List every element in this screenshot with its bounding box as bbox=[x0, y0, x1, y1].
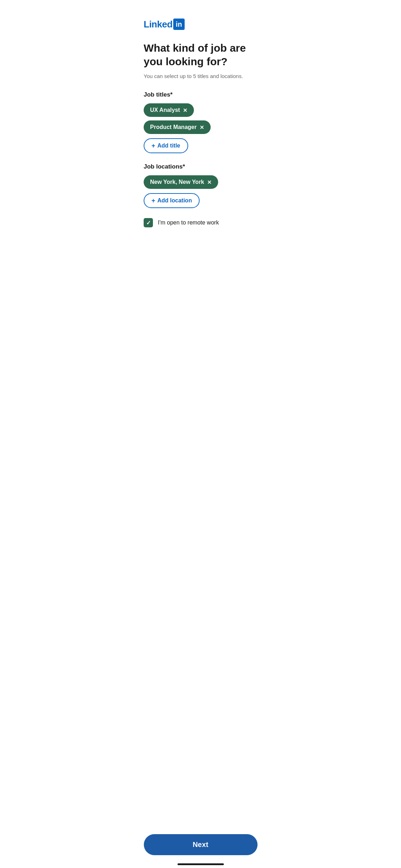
chip-product-manager[interactable]: Product Manager ✕ bbox=[144, 120, 211, 134]
chip-ux-analyst-label: UX Analyst bbox=[150, 107, 180, 113]
add-title-button[interactable]: + Add title bbox=[144, 138, 188, 153]
job-locations-section: Job locations* New York, New York ✕ + Ad… bbox=[144, 163, 257, 208]
add-title-plus-icon: + bbox=[151, 143, 155, 149]
logo-box: in bbox=[173, 19, 185, 30]
logo-container: Linked in bbox=[144, 0, 257, 41]
chip-new-york-close-icon[interactable]: ✕ bbox=[207, 180, 212, 185]
job-locations-label: Job locations* bbox=[144, 163, 257, 170]
chip-product-manager-label: Product Manager bbox=[150, 124, 197, 130]
remote-work-label: I'm open to remote work bbox=[158, 219, 219, 226]
chip-new-york[interactable]: New York, New York ✕ bbox=[144, 175, 218, 189]
checkmark-icon: ✓ bbox=[146, 219, 151, 226]
add-location-plus-icon: + bbox=[151, 197, 155, 204]
linkedin-logo: Linked in bbox=[144, 19, 257, 30]
add-location-button[interactable]: + Add location bbox=[144, 193, 200, 208]
logo-text: Linked bbox=[144, 19, 173, 30]
remote-work-checkbox[interactable]: ✓ bbox=[144, 218, 153, 227]
job-locations-chips: New York, New York ✕ bbox=[144, 175, 257, 189]
add-title-label: Add title bbox=[158, 143, 180, 149]
chip-ux-analyst[interactable]: UX Analyst ✕ bbox=[144, 103, 194, 117]
chip-product-manager-close-icon[interactable]: ✕ bbox=[200, 125, 204, 130]
add-location-label: Add location bbox=[158, 197, 192, 204]
job-titles-section: Job titles* UX Analyst ✕ Product Manager… bbox=[144, 91, 257, 153]
page-subheading: You can select up to 5 titles and locati… bbox=[144, 72, 257, 80]
job-titles-chips: UX Analyst ✕ Product Manager ✕ bbox=[144, 103, 257, 134]
remote-work-row[interactable]: ✓ I'm open to remote work bbox=[144, 218, 257, 227]
chip-new-york-label: New York, New York bbox=[150, 179, 204, 185]
page-title: What kind of job are you looking for? bbox=[144, 41, 257, 68]
chip-ux-analyst-close-icon[interactable]: ✕ bbox=[183, 108, 187, 113]
job-titles-label: Job titles* bbox=[144, 91, 257, 98]
